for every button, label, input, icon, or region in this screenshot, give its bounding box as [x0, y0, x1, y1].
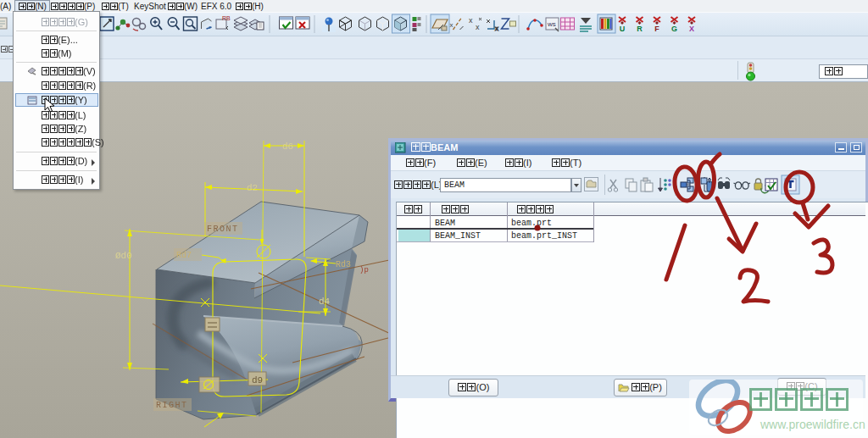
svg-text:Ød0: Ød0: [115, 251, 132, 261]
svg-text:Rd3: Rd3: [336, 260, 351, 269]
svg-text:d2: d2: [247, 183, 258, 193]
svg-text:d6: d6: [282, 141, 293, 152]
svg-text:Rd7: Rd7: [176, 251, 192, 260]
svg-text:FRONT: FRONT: [207, 225, 239, 234]
svg-text:)p: )p: [359, 266, 369, 274]
svg-text:RIGHT: RIGHT: [156, 401, 188, 410]
svg-text:d4: d4: [319, 297, 331, 307]
svg-text:d9: d9: [252, 375, 263, 385]
